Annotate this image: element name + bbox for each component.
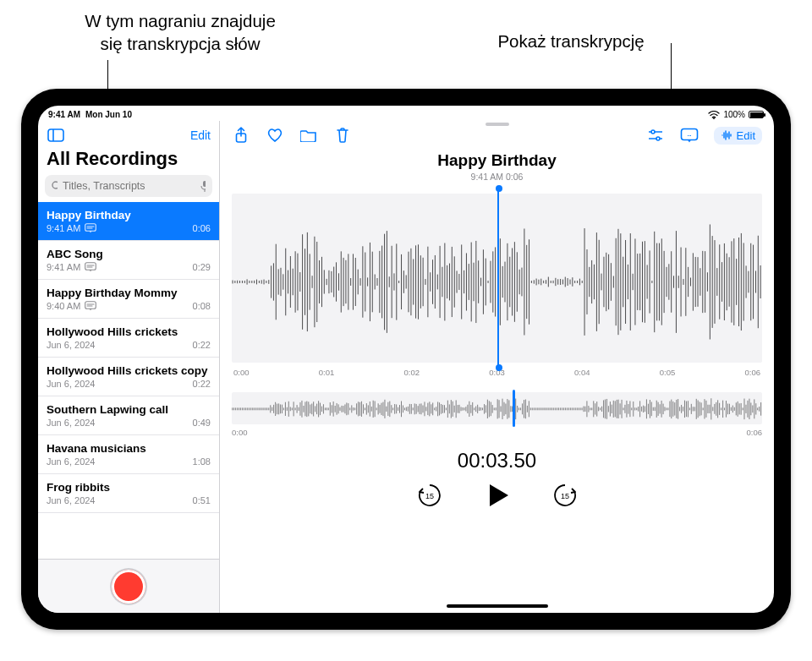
status-date: Mon Jun 10 — [85, 110, 132, 119]
record-button[interactable] — [112, 570, 145, 604]
recording-row-title: Happy Birthday Mommy — [47, 287, 211, 299]
folder-icon — [300, 128, 317, 142]
recording-title: Happy Birthday — [232, 151, 762, 170]
playback-options-button[interactable] — [646, 126, 665, 145]
recording-row-title: Frog ribbits — [47, 481, 211, 494]
recording-row-duration: 0:22 — [193, 379, 211, 389]
wifi-icon — [708, 111, 720, 119]
recording-row-subtitle: 9:40 AM — [47, 301, 80, 311]
recording-row-subtitle: 9:41 AM — [47, 262, 80, 272]
overview-marker[interactable] — [513, 390, 515, 427]
recording-row[interactable]: ABC Song9:41 AM0:29 — [38, 241, 219, 280]
home-indicator — [447, 604, 548, 608]
svg-point-3 — [52, 182, 58, 188]
recording-row-title: ABC Song — [47, 248, 211, 260]
search-input[interactable] — [63, 180, 195, 192]
search-field[interactable] — [45, 175, 212, 197]
recording-subtitle: 9:41 AM 0:06 — [232, 172, 762, 182]
recording-row-subtitle: Jun 6, 2024 — [47, 340, 96, 350]
transcript-icon: ··· — [680, 128, 699, 143]
recording-row-duration: 0:29 — [193, 262, 211, 272]
play-button[interactable] — [483, 481, 512, 510]
skip-forward-button[interactable]: 15 — [551, 481, 579, 510]
svg-rect-5 — [203, 181, 206, 187]
share-button[interactable] — [232, 126, 250, 145]
recording-row-duration: 1:08 — [193, 456, 211, 467]
move-to-folder-button[interactable] — [299, 126, 318, 145]
skip-forward-icon: 15 — [552, 483, 578, 508]
record-area — [38, 559, 219, 613]
callout-show-transcript: Pokaż transkrypcję — [474, 30, 668, 53]
recording-row-duration: 0:51 — [193, 495, 211, 505]
recording-row-subtitle: 9:41 AM — [47, 223, 80, 233]
recording-row-duration: 0:22 — [193, 340, 211, 350]
svg-rect-8 — [85, 302, 96, 309]
recording-row[interactable]: Havana musiciansJun 6, 20241:08 — [38, 435, 219, 474]
sidebar-edit-button[interactable]: Edit — [190, 128, 211, 142]
waveform-main[interactable] — [232, 194, 762, 363]
waveform-icon — [721, 129, 732, 141]
play-icon — [490, 484, 508, 506]
recording-row-subtitle: Jun 6, 2024 — [47, 418, 96, 428]
battery-icon — [749, 111, 764, 118]
show-transcript-button[interactable]: ··· — [680, 126, 699, 145]
svg-text:···: ··· — [687, 133, 691, 138]
recording-row-title: Hollywood Hills crickets copy — [47, 364, 211, 377]
recording-row-title: Southern Lapwing call — [47, 403, 211, 416]
svg-rect-7 — [85, 263, 96, 270]
status-time: 9:41 AM — [48, 110, 80, 119]
recording-row-title: Happy Birthday — [47, 209, 211, 221]
recording-row-subtitle: Jun 6, 2024 — [47, 379, 96, 389]
recording-row[interactable]: Hollywood Hills crickets copyJun 6, 2024… — [38, 358, 219, 396]
svg-text:15: 15 — [425, 492, 433, 500]
recording-row-subtitle: Jun 6, 2024 — [47, 456, 96, 467]
skip-back-icon: 15 — [417, 483, 442, 508]
recording-row-duration: 0:08 — [193, 301, 211, 311]
status-bar: 9:41 AM Mon Jun 10 100% — [38, 106, 774, 121]
transcript-badge-icon — [85, 223, 96, 233]
svg-point-13 — [656, 137, 660, 140]
edit-recording-button[interactable]: Edit — [714, 127, 762, 145]
delete-button[interactable] — [333, 126, 352, 145]
detail-pane: ··· Edit Happy Birthday 9:41 AM 0:06 — [220, 121, 774, 613]
svg-text:15: 15 — [560, 492, 568, 500]
recording-row-subtitle: Jun 6, 2024 — [47, 495, 96, 505]
recording-row[interactable]: Southern Lapwing callJun 6, 20240:49 — [38, 396, 219, 435]
heart-icon — [266, 128, 283, 143]
recording-row-duration: 0:49 — [193, 418, 211, 428]
sidebar: Edit All Recordings Happy Birthday9:41 A… — [38, 121, 220, 613]
overview-ruler: 0:00 0:06 — [232, 428, 762, 437]
skip-back-button[interactable]: 15 — [415, 481, 444, 510]
sidebar-title: All Recordings — [38, 146, 219, 175]
callout-transcript-in-recording: W tym nagraniu znajduje się transkrypcja… — [70, 10, 290, 55]
edit-label: Edit — [737, 129, 755, 142]
svg-point-11 — [651, 130, 655, 134]
sliders-icon — [647, 128, 664, 142]
grabber-icon — [486, 123, 509, 126]
waveform-overview[interactable] — [232, 392, 762, 424]
screen: 9:41 AM Mon Jun 10 100% Edit — [38, 106, 774, 613]
panel-icon — [47, 128, 64, 142]
svg-rect-1 — [48, 129, 63, 141]
recording-row[interactable]: Happy Birthday Mommy9:40 AM0:08 — [38, 280, 219, 319]
callout-text: W tym nagraniu znajduje się transkrypcja… — [85, 11, 276, 53]
recording-row-duration: 0:06 — [193, 223, 211, 233]
toggle-sidebar-button[interactable] — [47, 126, 65, 145]
recordings-list[interactable]: Happy Birthday9:41 AM0:06ABC Song9:41 AM… — [38, 202, 219, 559]
playhead[interactable] — [497, 188, 499, 368]
recording-row-title: Havana musicians — [47, 442, 211, 455]
svg-point-0 — [713, 117, 715, 119]
recording-row-title: Hollywood Hills crickets — [47, 325, 211, 338]
recording-row[interactable]: Happy Birthday9:41 AM0:06 — [38, 202, 219, 241]
favorite-button[interactable] — [266, 126, 284, 145]
ipad-frame: 9:41 AM Mon Jun 10 100% Edit — [21, 89, 791, 630]
recording-row[interactable]: Hollywood Hills cricketsJun 6, 20240:22 — [38, 319, 219, 358]
playback-timer: 00:03.50 — [232, 449, 762, 473]
mic-icon — [200, 180, 206, 192]
callout-text: Pokaż transkrypcję — [497, 31, 644, 51]
transcript-badge-icon — [85, 262, 96, 272]
overview-end: 0:06 — [747, 428, 763, 437]
overview-start: 0:00 — [232, 428, 248, 437]
recording-row[interactable]: Frog ribbitsJun 6, 20240:51 — [38, 474, 219, 513]
status-battery-pct: 100% — [723, 110, 745, 119]
